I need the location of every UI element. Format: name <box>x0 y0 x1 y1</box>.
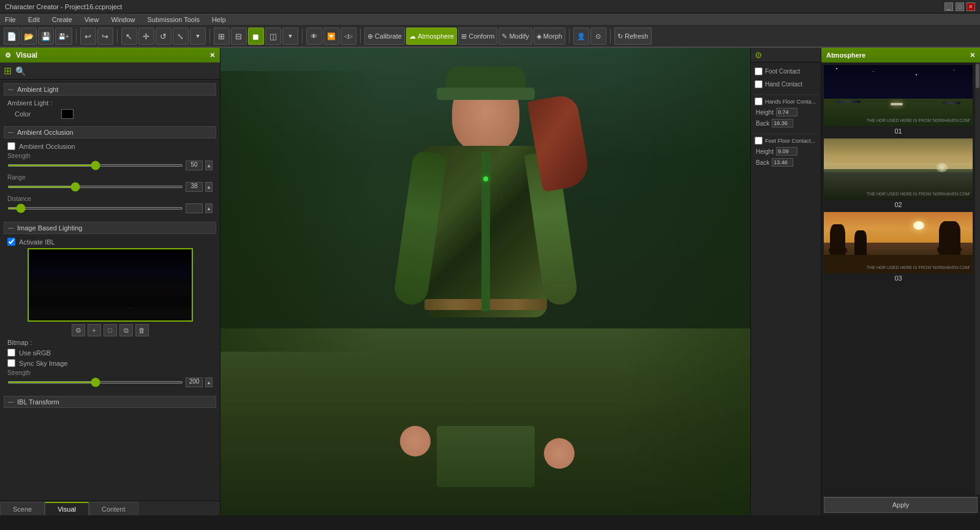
modify-button[interactable]: ✎ Modify <box>499 28 532 45</box>
ff-back-input[interactable] <box>772 158 793 167</box>
scrollbar-thumb[interactable] <box>976 64 979 88</box>
menu-edit[interactable]: Edit <box>26 15 42 25</box>
shading-mode[interactable]: ◫ <box>265 28 281 45</box>
menu-create[interactable]: Create <box>50 15 75 25</box>
color-label: Color <box>15 110 58 118</box>
conform-button[interactable]: ⊞ Conform <box>458 28 497 45</box>
ibl-strength-slider[interactable] <box>7 381 183 384</box>
atmosphere-thumb-03[interactable]: THE HDR USED HERE IS FROM 'NORIHAVEN.COM… <box>824 212 973 283</box>
morph-button[interactable]: ◈ Morph <box>533 28 565 45</box>
ibl-section-header[interactable]: — Image Based Lighting <box>4 222 216 234</box>
viewport[interactable] <box>221 48 750 515</box>
atmosphere-thumb-02[interactable]: THE HDR USED HERE IS FROM 'NORIHAVEN.COM… <box>824 138 973 210</box>
window-controls[interactable]: _ □ ✕ <box>944 2 975 11</box>
sync-sky-checkbox[interactable] <box>7 359 15 367</box>
feet-floor-checkbox[interactable] <box>755 137 763 145</box>
ibl-collapse-icon: — <box>8 225 13 231</box>
render-mode[interactable]: ◼ <box>248 28 264 45</box>
tab-content[interactable]: Content <box>89 502 138 515</box>
morph-label: Morph <box>543 32 562 40</box>
tab-visual[interactable]: Visual <box>45 502 89 515</box>
strength-spin-up[interactable]: ▲ <box>205 161 213 170</box>
apply-button[interactable]: Apply <box>824 497 978 513</box>
open-button[interactable]: 📂 <box>21 28 37 45</box>
range-spin[interactable]: ▲ <box>205 182 213 192</box>
menu-window[interactable]: Window <box>108 15 137 25</box>
range-container: Range 38 ▲ <box>6 174 214 192</box>
panel-grid-icon[interactable]: ⊞ <box>4 65 12 77</box>
camera-circle-btn[interactable]: ⊙ <box>590 28 606 45</box>
camera-btn-1[interactable]: 👁 <box>306 28 322 45</box>
camera-btn-2[interactable]: 🔽 <box>323 28 339 45</box>
ao-content: Ambient Occlusion Strength 50 ▲ Range 38 <box>4 142 216 222</box>
ambient-occlusion-section-header[interactable]: — Ambient Occlusion <box>4 126 216 138</box>
use-srgb-checkbox[interactable] <box>7 349 15 357</box>
ibl-thumbnail[interactable] <box>28 248 193 322</box>
distance-spin[interactable]: ▲ <box>205 203 213 213</box>
atmosphere-thumbnails: THE HDR USED HERE IS FROM 'NORIHAVEN.COM… <box>821 62 975 494</box>
hf-height-input[interactable] <box>776 108 797 116</box>
range-slider[interactable] <box>7 186 183 188</box>
more-tools[interactable]: ▼ <box>190 28 206 45</box>
atmosphere-panel: Atmosphere ✕ <box>821 48 980 515</box>
ibl-activate-row[interactable]: Activate IBL <box>6 238 214 246</box>
bitmap-row: Bitmap : <box>6 339 214 346</box>
hand-contact-checkbox[interactable] <box>755 80 763 88</box>
camera-btn-3[interactable]: ◁▷ <box>341 28 356 45</box>
ibl-transform-section-header[interactable]: — IBL Transform <box>4 396 216 408</box>
maximize-button[interactable]: □ <box>956 2 964 11</box>
hf-back-input[interactable] <box>772 119 793 127</box>
use-srgb-row[interactable]: Use sRGB <box>6 349 214 357</box>
panel-search-icon[interactable]: 🔍 <box>15 66 26 76</box>
redo-button[interactable]: ↪ <box>97 28 113 45</box>
ibl-strength-spin[interactable]: ▲ <box>205 377 213 387</box>
save-button[interactable]: 💾 <box>38 28 54 45</box>
scale-button[interactable]: ⤡ <box>173 28 189 45</box>
ao-checkbox-row[interactable]: Ambient Occlusion <box>6 142 214 150</box>
distance-slider[interactable] <box>7 207 183 210</box>
new-button[interactable]: 📄 <box>4 28 20 45</box>
refresh-button[interactable]: ↻ Refresh <box>614 28 652 45</box>
move-button[interactable]: ✛ <box>138 28 154 45</box>
ff-height-input[interactable] <box>776 147 797 156</box>
rotate-button[interactable]: ↺ <box>156 28 172 45</box>
ambient-light-color-swatch[interactable] <box>61 109 74 119</box>
tab-scene[interactable]: Scene <box>0 502 45 515</box>
atmosphere-button[interactable]: ☁ Atmosphere <box>406 28 457 45</box>
motion-settings-icon[interactable]: ⚙ <box>755 50 763 60</box>
ambient-light-section-header[interactable]: — Ambient Light <box>4 83 216 96</box>
ibl-delete-btn[interactable]: 🗑 <box>135 324 149 336</box>
ibl-copy-btn[interactable]: ⧉ <box>119 324 133 336</box>
select-button[interactable]: ↖ <box>121 28 137 45</box>
menu-view[interactable]: View <box>82 15 102 25</box>
strength-slider[interactable] <box>7 164 183 167</box>
calibrate-button[interactable]: ⊕ Calibrate <box>364 28 405 45</box>
atmosphere-scrollbar[interactable] <box>975 62 980 494</box>
menu-file[interactable]: File <box>2 15 18 25</box>
menu-help[interactable]: Help <box>209 15 228 25</box>
save-as-button[interactable]: 💾+ <box>55 28 72 45</box>
calibrate-label: Calibrate <box>375 32 402 40</box>
sync-sky-row[interactable]: Sync Sky Image <box>6 359 214 367</box>
ibl-settings-btn[interactable]: ⚙ <box>72 324 85 336</box>
view-mode-1[interactable]: ⊞ <box>214 28 230 45</box>
left-panel-close[interactable]: ✕ <box>209 51 215 59</box>
ibl-save-btn[interactable]: □ <box>104 324 117 336</box>
undo-button[interactable]: ↩ <box>80 28 96 45</box>
atmosphere-panel-close[interactable]: ✕ <box>970 51 975 59</box>
activate-ibl-checkbox[interactable] <box>7 238 15 246</box>
minimize-button[interactable]: _ <box>944 2 953 11</box>
settings-icon[interactable]: ⚙ <box>5 51 11 59</box>
ambient-light-label: Ambient Light : <box>7 99 52 107</box>
separator-3 <box>209 29 210 44</box>
wire-mode[interactable]: ▼ <box>282 28 298 45</box>
foot-contact-checkbox[interactable] <box>755 67 763 75</box>
ibl-add-btn[interactable]: + <box>88 324 101 336</box>
hands-floor-checkbox[interactable] <box>755 97 763 105</box>
menu-submission-tools[interactable]: Submission Tools <box>145 15 202 25</box>
view-mode-2[interactable]: ⊟ <box>231 28 247 45</box>
close-button[interactable]: ✕ <box>967 2 975 11</box>
person-btn[interactable]: 👤 <box>573 28 589 45</box>
ao-checkbox[interactable] <box>7 142 15 150</box>
atmosphere-thumb-01[interactable]: THE HDR USED HERE IS FROM 'NORIHAVEN.COM… <box>824 65 973 136</box>
